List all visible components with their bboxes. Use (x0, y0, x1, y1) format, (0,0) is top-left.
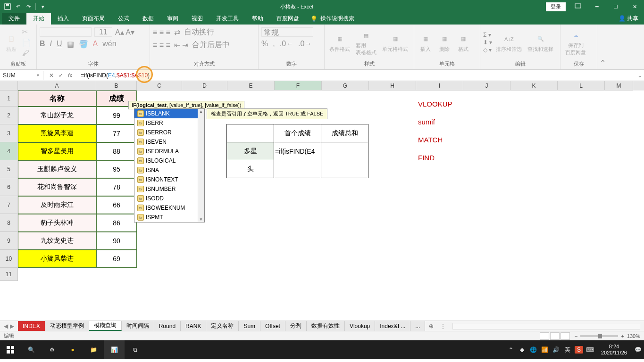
font-color-button[interactable]: A (93, 40, 98, 49)
ribbon-options-icon[interactable] (569, 0, 587, 13)
close-icon[interactable]: ✕ (625, 0, 644, 13)
row-header-3[interactable]: 3 (0, 124, 18, 142)
font-size-input[interactable]: 11 (94, 27, 112, 37)
col-header-B[interactable]: B (96, 81, 137, 90)
delete-cells-button[interactable]: ▦删除 (436, 32, 453, 54)
col-header-F[interactable]: F (275, 81, 322, 90)
zoom-slider[interactable] (580, 335, 618, 337)
query-formula-1[interactable]: =if(isFIND(E4 (274, 142, 321, 160)
tab-review[interactable]: 审阅 (160, 13, 185, 25)
fill-color-button[interactable]: 🪣 (79, 40, 88, 49)
col-header-C[interactable]: C (137, 81, 182, 90)
row-header-7[interactable]: 7 (0, 196, 18, 214)
sheet-tab[interactable]: 动态模型举例 (45, 321, 89, 331)
tell-me-search[interactable]: 💡 操作说明搜索 (306, 13, 359, 25)
tray-keyboard-icon[interactable]: ⌨ (586, 346, 594, 353)
copy-icon[interactable]: 📄 (22, 38, 31, 47)
row-header-6[interactable]: 6 (0, 178, 18, 196)
baidu-save-button[interactable]: ☁保存到 百度网盘 (563, 28, 588, 57)
cut-icon[interactable]: ✂ (22, 27, 31, 36)
tab-formulas[interactable]: 公式 (111, 13, 136, 25)
autocomplete-item[interactable]: fxISBLANK (134, 109, 204, 118)
sheet-tab[interactable]: 分列 (285, 321, 307, 331)
sheet-tab[interactable]: Vlookup (345, 321, 375, 331)
query-formula-2[interactable] (274, 160, 321, 178)
undo-icon[interactable]: ↶ (13, 2, 23, 11)
row-header-11[interactable]: 11 (0, 268, 18, 281)
table-row[interactable]: 86 (96, 214, 137, 232)
paste-button[interactable]: 📋 粘贴 (3, 32, 20, 54)
fn-sumif[interactable]: sumif (418, 113, 452, 131)
row-header-9[interactable]: 9 (0, 232, 18, 250)
table-row[interactable]: 玉麒麟卢俊义 (18, 160, 96, 178)
horizontal-scrollbar[interactable] (452, 323, 640, 329)
enter-formula-icon[interactable]: ✓ (59, 72, 63, 79)
autocomplete-item[interactable]: fxISFORMULA (134, 147, 204, 156)
cancel-formula-icon[interactable]: ✕ (49, 72, 54, 79)
minimize-icon[interactable]: ━ (587, 0, 606, 13)
tab-home[interactable]: 开始 (26, 13, 51, 25)
query-key-1[interactable]: 多星 (227, 142, 274, 160)
tab-file[interactable]: 文件 (2, 13, 26, 25)
view-normal-icon[interactable] (540, 332, 549, 340)
autocomplete-item[interactable]: fxISERROR (134, 128, 204, 137)
tray-wifi-icon[interactable]: 📶 (541, 346, 549, 353)
tab-view[interactable]: 视图 (185, 13, 209, 25)
tab-layout[interactable]: 页面布局 (75, 13, 111, 25)
table-row[interactable]: 95 (96, 160, 137, 178)
expand-formula-bar-icon[interactable]: ⌄ (636, 72, 644, 79)
underline-button[interactable]: U (57, 40, 62, 49)
sheet-tab[interactable]: INDEX (18, 321, 45, 331)
query-header-empty[interactable] (227, 124, 274, 142)
autocomplete-item[interactable]: fxISPMT (134, 213, 204, 222)
tray-sogou-icon[interactable]: S (575, 346, 583, 354)
tray-notifications-icon[interactable]: 💬 (634, 346, 642, 353)
autocomplete-item[interactable]: fxISNONTEXT (134, 175, 204, 184)
col-header-G[interactable]: G (322, 81, 369, 90)
table-row[interactable]: 九纹龙史进 (18, 232, 96, 250)
login-button[interactable]: 登录 (546, 2, 566, 11)
tray-clock[interactable]: 8:242020/11/26 (597, 344, 631, 356)
tray-app-icon[interactable]: ◆ (518, 346, 527, 353)
row-header-2[interactable]: 2 (0, 107, 18, 124)
table-row[interactable]: 66 (96, 196, 137, 214)
tab-insert[interactable]: 插入 (51, 13, 75, 25)
maximize-icon[interactable]: ☐ (606, 0, 625, 13)
table-row[interactable]: 及时雨宋江 (18, 196, 96, 214)
insert-cells-button[interactable]: ▦插入 (417, 32, 434, 54)
table-row[interactable]: 88 (96, 142, 137, 160)
qat-customize-icon[interactable]: ▾ (38, 2, 48, 11)
merge-button[interactable]: 合并后居中 (192, 40, 230, 50)
col-header-D[interactable]: D (182, 81, 227, 90)
col-header-M[interactable]: M (605, 81, 633, 90)
file-explorer-icon[interactable]: 📁 (83, 340, 104, 359)
table-row[interactable]: 智多星吴用 (18, 142, 96, 160)
query-sum-2[interactable] (321, 160, 368, 178)
row-header-10[interactable]: 10 (0, 250, 18, 268)
query-header-sum[interactable]: 成绩总和 (321, 124, 368, 142)
fill-icon[interactable]: ⬇ ▾ (483, 39, 492, 46)
autocomplete-item[interactable]: fxISEVEN (134, 137, 204, 147)
table-row[interactable]: 花和尚鲁智深 (18, 178, 96, 196)
table-row[interactable]: 黑旋风李逵 (18, 124, 96, 142)
query-header-first[interactable]: 首个成绩 (274, 124, 321, 142)
col-header-J[interactable]: J (463, 81, 510, 90)
italic-button[interactable]: I (50, 40, 52, 49)
sheet-tab[interactable]: 数据有效性 (307, 321, 345, 331)
tab-baidu[interactable]: 百度网盘 (270, 13, 306, 25)
autocomplete-scrollbar[interactable] (198, 109, 204, 222)
app-chrome-icon[interactable]: ● (62, 340, 83, 359)
col-header-K[interactable]: K (510, 81, 558, 90)
table-row[interactable]: 78 (96, 178, 137, 196)
table-row[interactable]: 90 (96, 232, 137, 250)
clear-icon[interactable]: ◇ ▾ (483, 47, 492, 53)
collapse-ribbon-icon[interactable]: ⌃ (597, 25, 608, 69)
tab-data[interactable]: 数据 (136, 13, 160, 25)
col-header-E[interactable]: E (227, 81, 275, 90)
autocomplete-item[interactable]: fxISOWEEKNUM (134, 203, 204, 213)
settings-icon[interactable]: ⚙ (42, 340, 62, 359)
wrap-text-button[interactable]: 自动换行 (184, 27, 214, 37)
query-sum-1[interactable] (321, 142, 368, 160)
tray-ime-icon[interactable]: 英 (563, 346, 572, 354)
task-view-icon[interactable]: ⧉ (125, 340, 145, 359)
